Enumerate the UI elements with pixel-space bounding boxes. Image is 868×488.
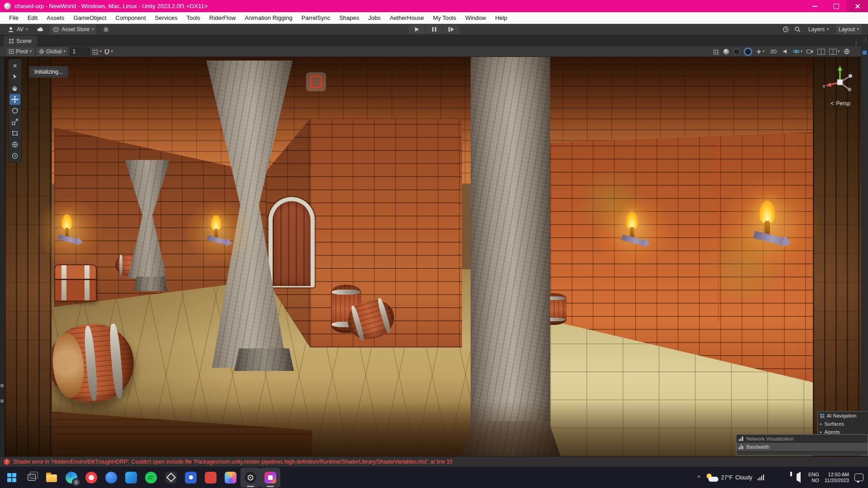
close-button[interactable] bbox=[847, 0, 868, 12]
play-button[interactable] bbox=[409, 25, 425, 34]
scene-world-button[interactable] bbox=[844, 48, 850, 55]
split-view-button[interactable] bbox=[817, 49, 825, 55]
scene-orientation-gizmo[interactable]: x bbox=[821, 62, 859, 100]
menu-services[interactable]: Services bbox=[151, 12, 182, 23]
docked-tab-indicator[interactable] bbox=[863, 51, 867, 55]
menu-edit[interactable]: Edit bbox=[23, 12, 42, 23]
menu-gameobject[interactable]: GameObject bbox=[69, 12, 111, 23]
menu-riderflow[interactable]: RiderFlow bbox=[205, 12, 241, 23]
transform-tool[interactable] bbox=[9, 139, 20, 150]
collapsed-panel-icon[interactable] bbox=[0, 384, 4, 387]
scale-tool[interactable] bbox=[9, 117, 20, 127]
custom-tool[interactable] bbox=[9, 150, 20, 161]
asset-store-button[interactable]: Asset Store ▾ bbox=[50, 24, 96, 34]
onedrive-tray-button[interactable] bbox=[770, 474, 778, 481]
pause-button[interactable] bbox=[426, 25, 442, 34]
collapsed-panel-icon[interactable] bbox=[0, 399, 4, 403]
visibility-dropdown[interactable]: ▾ bbox=[793, 49, 802, 54]
menu-window[interactable]: Window bbox=[461, 12, 491, 23]
maximize-button[interactable] bbox=[826, 0, 847, 12]
notification-center-button[interactable] bbox=[854, 474, 863, 481]
title-bar[interactable]: chased-urp - NewWorld - Windows, Mac, Li… bbox=[0, 0, 868, 12]
scene-torch[interactable] bbox=[204, 215, 231, 258]
scene-lighting-toggle[interactable] bbox=[744, 48, 752, 56]
rotate-tool[interactable] bbox=[9, 105, 20, 116]
scene-door[interactable] bbox=[269, 197, 315, 287]
view-tool[interactable] bbox=[9, 83, 20, 94]
status-error-message[interactable]: Shader error in 'Hidden/Enviro/BlitTroug… bbox=[13, 459, 453, 465]
ai-navigation-header[interactable]: AI Navigation bbox=[818, 412, 868, 420]
menu-jobs[interactable]: Jobs bbox=[364, 12, 385, 23]
scene-treasure-chest[interactable] bbox=[54, 264, 97, 301]
tools-overlay-menu[interactable]: ≡ bbox=[9, 60, 20, 71]
hidden-icons-button[interactable]: ^ bbox=[698, 474, 700, 481]
menu-shapes[interactable]: Shapes bbox=[335, 12, 363, 23]
edge-browser-button[interactable]: 2 bbox=[61, 468, 81, 488]
shading-mode-icon[interactable] bbox=[723, 49, 729, 55]
menu-my-tools[interactable]: My Tools bbox=[429, 12, 461, 23]
unity-hub-button[interactable] bbox=[161, 468, 181, 488]
select-tool[interactable] bbox=[9, 71, 20, 82]
scene-light-gizmo[interactable] bbox=[306, 72, 326, 91]
handle-space-dropdown[interactable]: Global ▾ bbox=[37, 47, 68, 56]
scene-torch[interactable] bbox=[55, 214, 82, 258]
move-tool[interactable] bbox=[9, 94, 20, 105]
code-editor-button[interactable] bbox=[121, 468, 141, 488]
account-dropdown[interactable]: AV ▾ bbox=[5, 24, 30, 34]
scene-pillar-center[interactable] bbox=[471, 57, 550, 456]
menu-file[interactable]: File bbox=[5, 12, 23, 23]
network-visualization-header[interactable]: Network Visualization bbox=[736, 435, 868, 443]
scene-viewport[interactable]: Initializing... x < Persp bbox=[5, 57, 861, 456]
volume-tray-button[interactable] bbox=[796, 474, 803, 481]
rider-button[interactable] bbox=[260, 468, 280, 488]
effects-dropdown[interactable]: ▾ bbox=[756, 49, 764, 55]
tab-scene[interactable]: Scene bbox=[4, 36, 37, 47]
grid-snap-dropdown[interactable]: ▾ bbox=[93, 49, 101, 55]
language-switcher[interactable]: ENG NO bbox=[808, 472, 819, 483]
scene-torch[interactable] bbox=[618, 211, 650, 261]
menu-component[interactable]: Component bbox=[111, 12, 150, 23]
clock-widget[interactable]: 12:50 AM 11/20/2023 bbox=[825, 472, 849, 483]
menu-assets[interactable]: Assets bbox=[42, 12, 69, 23]
bandwidth-row[interactable]: Bandwidth bbox=[736, 443, 868, 451]
minimize-button[interactable] bbox=[804, 0, 826, 12]
step-button[interactable] bbox=[443, 25, 459, 34]
unity-editor-button[interactable] bbox=[241, 468, 260, 488]
menu-aetherhouse[interactable]: AetherHouse bbox=[385, 12, 429, 23]
menu-animation-rigging[interactable]: Animation Rigging bbox=[240, 12, 297, 23]
rect-tool[interactable] bbox=[9, 128, 20, 139]
lighting-off-toggle[interactable] bbox=[733, 48, 740, 55]
projection-toggle[interactable]: < Persp bbox=[820, 100, 861, 107]
overlay-more-menu[interactable]: ⋮ bbox=[863, 36, 868, 42]
network-tray-button[interactable] bbox=[758, 474, 765, 481]
vivaldi-button[interactable] bbox=[81, 468, 101, 488]
spotify-button[interactable] bbox=[141, 468, 161, 488]
menu-help[interactable]: Help bbox=[491, 12, 512, 23]
cloud-button[interactable] bbox=[34, 24, 47, 34]
security-tray-button[interactable] bbox=[783, 474, 790, 481]
ai-nav-surfaces-row[interactable]: ▸ Surfaces bbox=[818, 420, 868, 428]
mode-2d-toggle[interactable]: 2D bbox=[769, 48, 778, 55]
pivot-dropdown[interactable]: Pivot ▾ bbox=[6, 47, 34, 56]
scene-torch-large[interactable] bbox=[750, 201, 790, 266]
menu-parrelsync[interactable]: ParrelSync bbox=[297, 12, 335, 23]
layers-dropdown[interactable]: Layers ▾ bbox=[806, 24, 831, 34]
snap-increment-dropdown[interactable]: ▾ bbox=[104, 49, 113, 55]
teams-button[interactable] bbox=[181, 468, 201, 488]
overlay-layout-dropdown[interactable]: ▾ bbox=[829, 49, 840, 55]
search-button[interactable] bbox=[794, 26, 801, 33]
camera-settings-button[interactable] bbox=[807, 49, 813, 54]
undo-history-button[interactable] bbox=[782, 26, 789, 33]
media-app-button[interactable] bbox=[221, 468, 241, 488]
start-button[interactable] bbox=[2, 468, 22, 488]
file-explorer-button[interactable] bbox=[42, 468, 61, 488]
grid-size-field[interactable] bbox=[70, 47, 90, 56]
layout-dropdown[interactable]: Layout ▾ bbox=[836, 24, 862, 34]
browser-button[interactable] bbox=[101, 468, 121, 488]
services-button[interactable] bbox=[100, 24, 112, 34]
draw-mode-icon[interactable] bbox=[713, 49, 719, 55]
weather-widget[interactable]: 27°F Cloudy bbox=[706, 474, 752, 482]
audio-toggle[interactable] bbox=[783, 48, 789, 55]
red-app-button[interactable] bbox=[201, 468, 221, 488]
menu-tools[interactable]: Tools bbox=[182, 12, 204, 23]
